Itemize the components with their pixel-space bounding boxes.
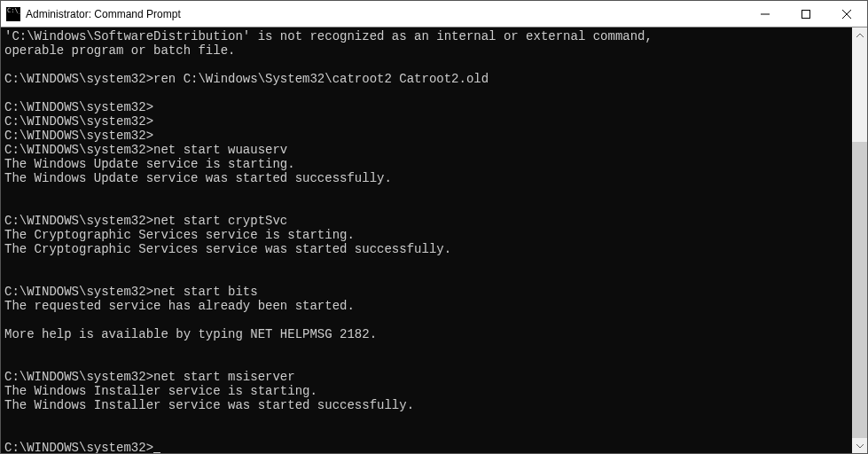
vertical-scrollbar[interactable] <box>852 27 867 453</box>
terminal-line <box>4 427 848 441</box>
window-controls <box>745 1 867 27</box>
terminal-line: 'C:\Windows\SoftwareDistribution' is not… <box>4 29 848 43</box>
minimize-icon <box>761 10 770 19</box>
terminal-line: C:\WINDOWS\system32>net start cryptSvc <box>4 214 848 228</box>
chevron-down-icon <box>856 442 864 450</box>
terminal-line <box>4 200 848 214</box>
close-button[interactable] <box>826 1 867 27</box>
terminal-line <box>4 256 848 270</box>
terminal-line <box>4 356 848 370</box>
terminal-line: The Cryptographic Services service is st… <box>4 228 848 242</box>
terminal-line: The Windows Installer service is startin… <box>4 384 848 398</box>
terminal-line <box>4 313 848 327</box>
terminal-line: C:\WINDOWS\system32> <box>4 100 848 114</box>
titlebar[interactable]: Administrator: Command Prompt <box>1 1 867 27</box>
svg-rect-1 <box>802 10 810 18</box>
terminal-line: C:\WINDOWS\system32>ren C:\Windows\Syste… <box>4 72 848 86</box>
maximize-button[interactable] <box>786 1 826 27</box>
terminal-line: C:\WINDOWS\system32> <box>4 114 848 129</box>
scroll-thumb[interactable] <box>852 142 867 439</box>
terminal-line: The Windows Update service was started s… <box>4 171 848 185</box>
terminal-line <box>4 341 848 356</box>
terminal-line: C:\WINDOWS\system32> <box>4 129 848 143</box>
terminal-line: C:\WINDOWS\system32>net start msiserver <box>4 370 848 384</box>
command-prompt-window: Administrator: Command Prompt 'C:\Window… <box>0 0 868 454</box>
terminal-line <box>4 270 848 285</box>
maximize-icon <box>802 10 810 19</box>
terminal-line: C:\WINDOWS\system32>net start bits <box>4 285 848 299</box>
scroll-track[interactable] <box>852 43 867 438</box>
terminal-line: C:\WINDOWS\system32>net start wuauserv <box>4 143 848 157</box>
scroll-down-button[interactable] <box>852 438 867 453</box>
terminal-line <box>4 86 848 100</box>
prompt-text: C:\WINDOWS\system32> <box>4 441 153 453</box>
close-icon <box>842 10 851 19</box>
chevron-up-icon <box>856 32 864 39</box>
terminal-line: The Cryptographic Services service was s… <box>4 242 848 256</box>
minimize-button[interactable] <box>745 1 786 27</box>
cmd-icon <box>6 7 20 21</box>
terminal-area: 'C:\Windows\SoftwareDistribution' is not… <box>1 27 867 453</box>
terminal-line: The Windows Installer service was starte… <box>4 398 848 412</box>
terminal-line: More help is available by typing NET HEL… <box>4 327 848 341</box>
terminal-line <box>4 58 848 72</box>
cursor <box>153 452 160 453</box>
terminal-line: operable program or batch file. <box>4 43 848 58</box>
window-title: Administrator: Command Prompt <box>26 8 745 20</box>
terminal-prompt-line[interactable]: C:\WINDOWS\system32> <box>4 441 848 453</box>
terminal-line: The Windows Update service is starting. <box>4 157 848 171</box>
terminal-line <box>4 412 848 427</box>
terminal-line <box>4 185 848 200</box>
scroll-up-button[interactable] <box>852 27 867 43</box>
terminal-output[interactable]: 'C:\Windows\SoftwareDistribution' is not… <box>1 27 852 453</box>
terminal-line: The requested service has already been s… <box>4 299 848 313</box>
